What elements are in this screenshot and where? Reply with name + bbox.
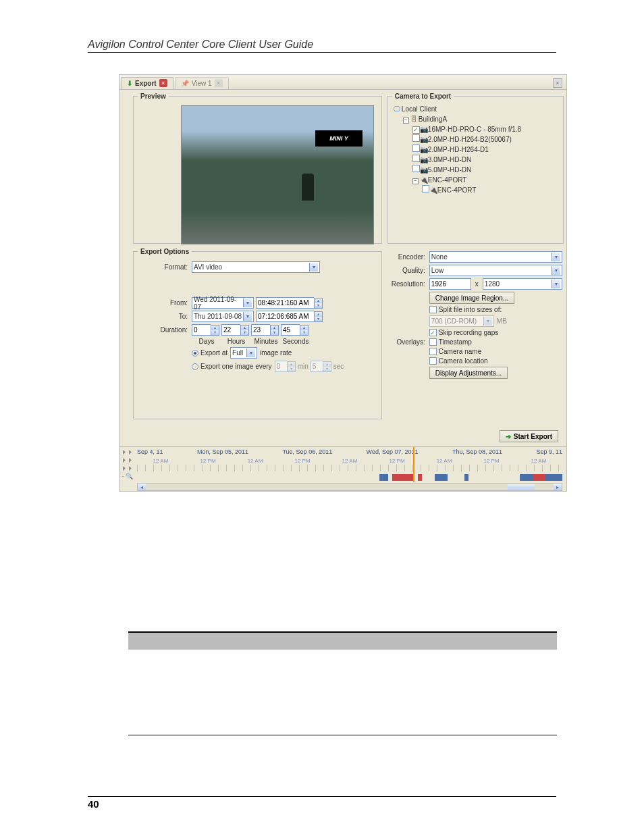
- step-icon[interactable]: ⏵⏵: [122, 465, 134, 471]
- timeline-controls[interactable]: ⏵⏵ ⏵⏵ ⏵⏵ - 🔍: [119, 448, 136, 479]
- duration-seconds-input[interactable]: [281, 324, 300, 336]
- tab-view1-label: View 1: [192, 80, 212, 87]
- display-adjustments-button[interactable]: Display Adjustments...: [429, 367, 508, 379]
- preview-image: MINI Y: [181, 105, 374, 244]
- export-window: ⬇ Export × 📌 View 1 × × Preview MINI Y E…: [119, 74, 567, 492]
- camera-icon: 📷: [420, 165, 428, 175]
- camera-item[interactable]: ✓📷16MP-HD-PRO-C - 85mm f/1.8: [412, 124, 559, 134]
- play-icon[interactable]: ⏵⏵: [122, 448, 134, 455]
- timeline-scrollbar[interactable]: ◂ ▸: [137, 483, 562, 491]
- export-options-legend: Export Options: [138, 248, 192, 255]
- timeline[interactable]: ⏵⏵ ⏵⏵ ⏵⏵ - 🔍 Sep 4, 11 Mon, Sep 05, 2011…: [119, 446, 566, 491]
- split-file-check[interactable]: Split file into sizes of:: [429, 306, 502, 313]
- camera-item[interactable]: 📷3.0MP-HD-DN: [412, 155, 559, 165]
- camera-export-panel: Camera to Export 🖵Local Client −🗄Buildin…: [387, 93, 564, 244]
- overlays-label: Overlays:: [389, 338, 429, 346]
- page-header: Avigilon Control Center Core Client User…: [88, 38, 556, 53]
- duration-minutes-input[interactable]: [251, 324, 270, 336]
- timeline-track[interactable]: [137, 474, 562, 481]
- duration-label: Duration:: [138, 326, 192, 334]
- quality-label: Quality:: [389, 267, 429, 274]
- tab-export-close[interactable]: ×: [159, 79, 167, 87]
- to-time-input[interactable]: [256, 311, 314, 322]
- timeline-hours: 12 AM12 PM12 AM12 PM12 AM12 PM12 AM12 PM…: [137, 458, 562, 464]
- arrow-right-icon: ➔: [506, 433, 511, 440]
- checkbox-icon[interactable]: ✓: [412, 126, 420, 134]
- camera-item[interactable]: 📷5.0MP-HD-DN: [412, 165, 559, 175]
- timeline-ticks: [137, 465, 562, 471]
- overlay-timestamp-check[interactable]: Timestamp: [429, 338, 472, 346]
- format-label: Format:: [138, 263, 192, 271]
- timeline-dates: Sep 4, 11 Mon, Sep 05, 2011 Tue, Sep 06,…: [137, 448, 562, 455]
- step-icon[interactable]: ⏵⏵: [122, 457, 134, 463]
- encoder-child-item[interactable]: 🔌ENC-4PORT: [422, 185, 559, 195]
- camera-export-legend: Camera to Export: [392, 93, 454, 100]
- export-every-sec-input: [311, 361, 323, 372]
- tab-export[interactable]: ⬇ Export ×: [121, 77, 173, 89]
- resolution-width-input[interactable]: [429, 278, 471, 290]
- encoder-label: Encoder:: [389, 253, 429, 261]
- skip-gaps-check[interactable]: ✓Skip recording gaps: [429, 329, 498, 336]
- export-at-rate-select[interactable]: Full▾: [230, 347, 257, 359]
- preview-sign-text: MINI Y: [315, 130, 363, 147]
- camera-item[interactable]: 📷2.0MP-HD-H264-D1: [412, 145, 559, 155]
- split-size-select: 700 (CD-ROM)▾: [429, 315, 494, 327]
- from-time-input[interactable]: [256, 297, 314, 309]
- quality-select[interactable]: Low▾: [429, 265, 562, 276]
- export-at-suffix: image rate: [260, 349, 292, 357]
- checkbox-icon[interactable]: [412, 134, 420, 142]
- export-at-radio[interactable]: Export at: [192, 349, 227, 357]
- expand-icon[interactable]: −: [412, 178, 419, 184]
- overlay-cameralocation-check[interactable]: Camera location: [429, 357, 488, 365]
- from-label: From:: [138, 299, 192, 307]
- start-export-button[interactable]: ➔Start Export: [500, 430, 558, 442]
- tab-export-label: Export: [135, 80, 157, 87]
- duration-days-input[interactable]: [192, 324, 211, 336]
- tab-view1-close[interactable]: ×: [215, 79, 223, 87]
- table-header: [128, 632, 343, 650]
- chevron-down-icon: ▾: [309, 263, 318, 271]
- preview-legend: Preview: [138, 93, 169, 100]
- table-header: [343, 632, 558, 650]
- overlay-cameraname-check[interactable]: Camera name: [429, 348, 481, 355]
- to-label: To:: [138, 313, 192, 320]
- table-cell: [343, 650, 558, 735]
- from-time-spinner[interactable]: ▴▾: [314, 298, 323, 309]
- camera-icon: 📷: [420, 155, 428, 165]
- monitor-icon: 🖵: [394, 104, 402, 114]
- timeline-marker[interactable]: [413, 447, 414, 482]
- checkbox-icon[interactable]: [412, 155, 420, 162]
- from-date-select[interactable]: Wed 2011-09-07▾: [192, 297, 254, 309]
- minutes-unit: Minutes: [251, 338, 281, 345]
- days-unit: Days: [192, 338, 221, 345]
- tab-view1[interactable]: 📌 View 1 ×: [175, 77, 229, 89]
- encoder-select[interactable]: None▾: [429, 251, 562, 263]
- checkbox-icon[interactable]: [422, 185, 429, 192]
- camera-item[interactable]: 📷2.0MP-HD-H264-B2(50067): [412, 134, 559, 145]
- doc-table: [128, 631, 557, 735]
- checkbox-icon[interactable]: [412, 145, 420, 152]
- scroll-right-icon[interactable]: ▸: [554, 484, 562, 490]
- duration-hours-input[interactable]: [221, 324, 240, 336]
- export-options-panel: Export Options Format: AVI video▾ From: …: [133, 248, 382, 419]
- hours-unit: Hours: [221, 338, 251, 345]
- pushpin-icon: 📌: [181, 80, 189, 87]
- change-region-button[interactable]: Change Image Region...: [429, 292, 514, 304]
- format-select[interactable]: AVI video▾: [192, 261, 320, 273]
- scroll-thumb[interactable]: [508, 484, 535, 490]
- to-date-select[interactable]: Thu 2011-09-08▾: [192, 311, 254, 322]
- window-close[interactable]: ×: [553, 78, 562, 88]
- camera-tree[interactable]: 🖵Local Client −🗄BuildingA ✓📷16MP-HD-PRO-…: [392, 104, 559, 195]
- format-value: AVI video: [194, 263, 222, 271]
- preview-silhouette: [302, 174, 314, 201]
- resolution-height-select[interactable]: 1280▾: [483, 278, 562, 290]
- encoder-icon: 🔌: [420, 175, 428, 185]
- to-time-spinner[interactable]: ▴▾: [314, 311, 323, 322]
- zoom-icon[interactable]: - 🔍: [122, 473, 134, 479]
- export-icon: ⬇: [127, 80, 132, 87]
- checkbox-icon[interactable]: [412, 165, 420, 172]
- scroll-left-icon[interactable]: ◂: [138, 484, 146, 490]
- expand-icon[interactable]: −: [403, 118, 409, 124]
- encoder-item[interactable]: −🔌ENC-4PORT 🔌ENC-4PORT: [412, 175, 559, 195]
- export-one-every-radio[interactable]: Export one image every: [192, 363, 272, 370]
